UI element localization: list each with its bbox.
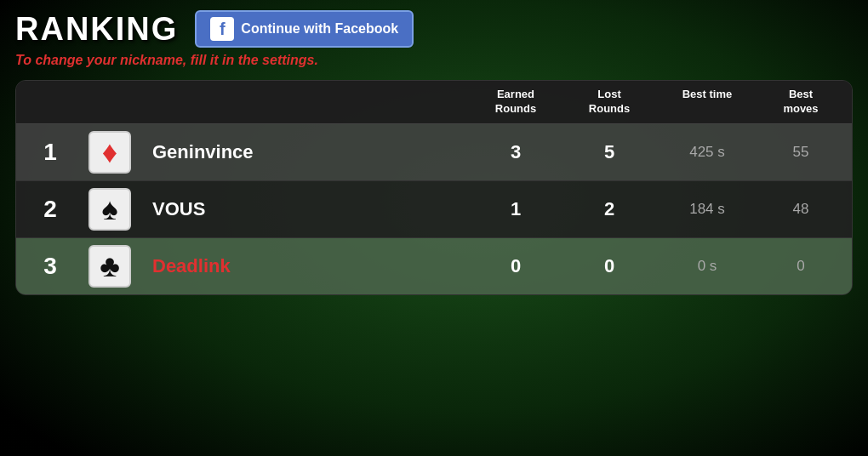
suit-club-icon: ♣	[100, 248, 120, 284]
rank-2: 2	[25, 196, 76, 223]
best-moves-3: 0	[758, 258, 843, 275]
table-row: 3 ♣ Deadlink 0 0 0 s 0	[16, 238, 852, 294]
page-title: RANKING	[15, 11, 178, 48]
table-row: 2 ♠ VOUS 1 2 184 s 48	[16, 181, 852, 238]
rank-3: 3	[25, 253, 76, 280]
col-name	[144, 88, 469, 117]
best-time-3: 0 s	[656, 258, 758, 275]
table-row: 1 ♦ Geninvince 3 5 425 s 55	[16, 124, 852, 181]
suit-spade-icon: ♠	[101, 191, 117, 227]
earned-2: 1	[469, 198, 562, 220]
lost-2: 2	[562, 198, 656, 220]
table-header: EarnedRounds LostRounds Best time Bestmo…	[16, 81, 852, 124]
earned-3: 0	[469, 255, 562, 277]
col-suit	[76, 88, 144, 117]
best-moves-2: 48	[758, 201, 843, 218]
best-time-1: 425 s	[656, 144, 758, 161]
subtitle-text: To change your nickname, fill it in the …	[15, 53, 853, 68]
rank-1: 1	[25, 139, 76, 166]
lost-1: 5	[562, 141, 656, 163]
ranking-table: EarnedRounds LostRounds Best time Bestmo…	[15, 80, 853, 295]
col-rank	[25, 88, 76, 117]
player-name-1: Geninvince	[144, 141, 469, 163]
earned-1: 3	[469, 141, 562, 163]
main-content: RANKING f Continue with Facebook To chan…	[0, 0, 868, 305]
facebook-icon: f	[210, 17, 234, 41]
suit-box-1: ♦	[89, 131, 131, 174]
col-best-time: Best time	[656, 88, 758, 117]
best-moves-1: 55	[758, 144, 843, 161]
best-time-2: 184 s	[656, 201, 758, 218]
suit-box-3: ♣	[89, 245, 131, 288]
player-name-3: Deadlink	[144, 255, 469, 277]
facebook-button-label: Continue with Facebook	[241, 21, 398, 37]
suit-box-2: ♠	[89, 188, 131, 231]
player-name-2: VOUS	[144, 198, 469, 220]
col-earned: EarnedRounds	[469, 88, 562, 117]
header-row: RANKING f Continue with Facebook	[15, 10, 853, 48]
lost-3: 0	[562, 255, 656, 277]
col-lost: LostRounds	[562, 88, 656, 117]
facebook-button[interactable]: f Continue with Facebook	[195, 10, 414, 48]
col-best-moves: Bestmoves	[758, 88, 843, 117]
suit-diamond-icon: ♦	[102, 134, 117, 170]
